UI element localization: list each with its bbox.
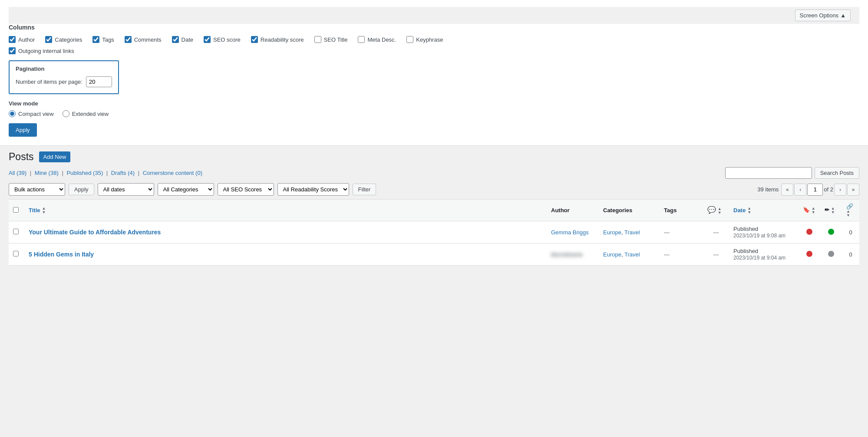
row1-title-cell: Your Ultimate Guide to Affordable Advent… — [24, 221, 547, 243]
posts-subheader: All (39) | Mine (38) | Published (35) | … — [9, 167, 859, 179]
col-date-checkbox[interactable] — [172, 36, 179, 43]
compact-view-radio[interactable] — [9, 110, 16, 117]
sep2: | — [62, 170, 63, 176]
page-number-input[interactable] — [807, 184, 823, 196]
search-box: Search Posts — [725, 167, 859, 179]
filter-drafts[interactable]: Drafts (4) — [111, 170, 135, 176]
col-seo-title-checkbox[interactable] — [314, 36, 321, 43]
col-seo-score-checkbox[interactable] — [204, 36, 211, 43]
row2-title-link[interactable]: 5 Hidden Gems in Italy — [29, 251, 94, 258]
page-of-label: of 2 — [824, 186, 833, 193]
col-tags-item[interactable]: Tags — [92, 36, 114, 43]
row1-date-cell: Published 2023/10/19 at 9:08 am — [729, 221, 799, 243]
col-readability-checkbox[interactable] — [251, 36, 258, 43]
th-date: Date ▲▼ — [729, 200, 799, 221]
row1-author-link[interactable]: Gemma Briggs — [551, 229, 589, 236]
row2-checkbox[interactable] — [13, 251, 19, 256]
title-sort-link[interactable]: Title — [29, 207, 40, 214]
search-posts-button[interactable]: Search Posts — [815, 167, 859, 179]
all-dates-select[interactable]: All dates — [98, 183, 154, 196]
col-comments-item[interactable]: Comments — [125, 36, 162, 43]
add-new-button[interactable]: Add New — [39, 151, 71, 162]
filter-button[interactable]: Filter — [353, 184, 376, 195]
row1-read-cell — [820, 221, 842, 243]
date-sort-link[interactable]: Date — [733, 207, 746, 214]
compact-view-label: Compact view — [18, 111, 54, 117]
col-date-item[interactable]: Date — [172, 36, 193, 43]
pagination-input[interactable] — [86, 76, 112, 87]
th-date-icon: Date ▲▼ — [733, 207, 751, 214]
col-meta-desc-checkbox[interactable] — [358, 36, 365, 43]
extended-view-radio[interactable] — [63, 110, 69, 117]
prev-page-button[interactable]: ‹ — [794, 184, 806, 196]
filter-all[interactable]: All (39) — [9, 170, 26, 176]
all-readability-select[interactable]: All Readability Scores — [277, 183, 349, 196]
posts-header: Posts Add New — [9, 151, 859, 163]
th-readability: ✏ ▲▼ — [820, 200, 842, 221]
col-keyphrase-checkbox[interactable] — [406, 36, 413, 43]
seo-icon: 🔖 — [803, 207, 810, 213]
col-author-item[interactable]: Author — [9, 36, 35, 43]
sep1: | — [30, 170, 31, 176]
next-page-button[interactable]: › — [834, 184, 846, 196]
columns-title: Columns — [9, 24, 859, 31]
screen-options-button[interactable]: Screen Options ▲ — [795, 10, 851, 21]
posts-header-left: Posts Add New — [9, 151, 70, 163]
all-seo-scores-select[interactable]: All SEO Scores — [218, 183, 274, 196]
row1-checkbox[interactable] — [13, 229, 19, 234]
col-seo-score-item[interactable]: SEO score — [204, 36, 241, 43]
col-categories-checkbox[interactable] — [45, 36, 52, 43]
row2-read-cell — [820, 243, 842, 266]
row1-date-status: Published — [733, 226, 758, 232]
posts-section: Posts Add New All (39) | Mine (38) | Pub… — [0, 146, 868, 266]
row1-cat-europe[interactable]: Europe — [603, 229, 621, 236]
col-keyphrase-item[interactable]: Keyphrase — [406, 36, 443, 43]
bulk-actions-select[interactable]: Bulk actions — [9, 183, 65, 196]
select-all-checkbox[interactable] — [13, 207, 19, 213]
row2-seo-dot — [806, 251, 812, 257]
row1-cat-travel[interactable]: Travel — [624, 229, 640, 236]
all-categories-select[interactable]: All Categories — [158, 183, 214, 196]
col-comments-label: Comments — [134, 36, 162, 43]
extended-view-option[interactable]: Extended view — [63, 110, 109, 117]
row2-cat-europe[interactable]: Europe — [603, 251, 621, 258]
col-author-checkbox[interactable] — [9, 36, 16, 43]
col-categories-item[interactable]: Categories — [45, 36, 82, 43]
row2-cat-travel[interactable]: Travel — [624, 251, 640, 258]
col-outgoing-item[interactable]: Outgoing internal links — [9, 47, 74, 54]
th-author-label: Author — [551, 207, 570, 214]
col-seo-title-item[interactable]: SEO Title — [314, 36, 348, 43]
screen-options-label: Screen Options — [800, 12, 839, 19]
th-tags: Tags — [660, 200, 703, 221]
pagination-section: Pagination Number of items per page: — [9, 60, 119, 94]
first-page-button[interactable]: « — [781, 184, 793, 196]
bulk-apply-button[interactable]: Apply — [69, 184, 94, 195]
filter-mine[interactable]: Mine (38) — [35, 170, 59, 176]
screen-options-header: Screen Options ▲ — [9, 7, 859, 24]
row1-readability-dot — [828, 229, 834, 235]
col-readability-item[interactable]: Readability score — [251, 36, 304, 43]
row1-title-link[interactable]: Your Ultimate Guide to Affordable Advent… — [29, 229, 161, 236]
filter-cornerstone[interactable]: Cornerstone content (0) — [143, 170, 202, 176]
row2-categories-cell: Europe, Travel — [599, 243, 660, 266]
th-comments: 💬 ▲▼ — [703, 200, 729, 221]
row1-seo-cell — [799, 221, 820, 243]
posts-table: Title ▲▼ Author Categories Tags 💬 ▲▼ — [9, 199, 859, 266]
compact-view-option[interactable]: Compact view — [9, 110, 54, 117]
view-mode-radio-row: Compact view Extended view — [9, 110, 859, 117]
th-title: Title ▲▼ — [24, 200, 547, 221]
last-page-button[interactable]: » — [847, 184, 859, 196]
posts-title: Posts — [9, 151, 34, 163]
row2-title-cell: 5 Hidden Gems in Italy — [24, 243, 547, 266]
pagination-label: Number of items per page: — [16, 79, 83, 85]
search-input[interactable] — [725, 167, 812, 179]
view-mode-section: View mode Compact view Extended view — [9, 100, 859, 117]
col-meta-desc-item[interactable]: Meta Desc. — [358, 36, 396, 43]
filter-published[interactable]: Published (35) — [66, 170, 103, 176]
col-author-label: Author — [18, 36, 35, 43]
col-outgoing-checkbox[interactable] — [9, 47, 16, 54]
screen-options-apply-button[interactable]: Apply — [9, 123, 37, 137]
col-tags-checkbox[interactable] — [92, 36, 99, 43]
col-comments-checkbox[interactable] — [125, 36, 132, 43]
count-sort-arrows: ▲▼ — [846, 210, 850, 217]
